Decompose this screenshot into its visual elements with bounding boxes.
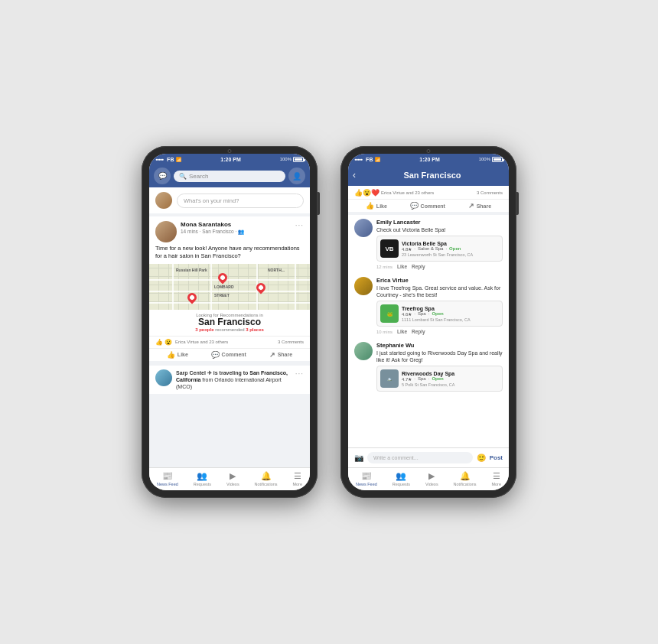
spa-rating-rw: 4.7★ · Spa · Open <box>402 376 499 382</box>
nav-label-requests-2: Requests <box>393 482 410 486</box>
spa-card-vb[interactable]: VB Victoria Belle Spa 4.8★ · Salon & Spa… <box>376 236 503 262</box>
requests-icon-2: 👥 <box>396 471 406 481</box>
post-meta: 14 mins · San Francisco · 👥 <box>181 229 292 235</box>
erica-footer: 10 mins Like Reply <box>376 329 503 334</box>
like-button-2[interactable]: 👍 Like <box>366 202 387 210</box>
nav-notifications-2[interactable]: 🔔 Notifications <box>454 471 477 487</box>
like-button[interactable]: 👍 Like <box>167 351 188 359</box>
emily-text: Check out Victoria Belle Spa! <box>376 226 503 233</box>
like-label: Like <box>178 352 188 357</box>
spa-name-rw: Riverwoods Day Spa <box>402 371 499 376</box>
post-header: Mona Sarantakos 14 mins · San Francisco … <box>149 216 310 245</box>
search-bar[interactable]: 🔍 Search <box>174 171 285 182</box>
comment-button[interactable]: 💬 Comment <box>211 351 246 359</box>
search-icon: 🔍 <box>179 173 187 180</box>
spa-card-tf[interactable]: 🐸 Treefrog Spa 4.6★ · Spa · Open <box>376 301 503 327</box>
erica-reply-link[interactable]: Reply <box>412 329 425 334</box>
reactions-names: Erica Virtue and 23 others <box>175 340 228 344</box>
nav-videos[interactable]: ▶ Videos <box>226 471 239 487</box>
share-button-2[interactable]: ↗ Share <box>468 202 491 210</box>
wifi-icon: 📶 <box>176 157 181 162</box>
comment-erica: Erica Virtue I love Treefrog Spa. Great … <box>348 273 509 338</box>
spa-dot-2: · <box>445 246 447 251</box>
battery-icon <box>293 157 304 162</box>
post-button[interactable]: Post <box>490 454 503 461</box>
status-left: ●●●●● FB 📶 <box>155 157 181 162</box>
nav-more[interactable]: ☰ More <box>292 471 302 487</box>
erica-like-link[interactable]: Like <box>397 329 407 334</box>
post-status-bar: What's on your mind? <box>149 187 310 216</box>
spa-type-rw: Spa <box>418 376 426 381</box>
stephanie-comment-content: Stephanie Wu I just started going to Riv… <box>376 342 503 394</box>
post-text: Time for a new look! Anyone have any rec… <box>149 245 310 264</box>
back-button[interactable]: ‹ <box>353 170 356 181</box>
spa-rating-val: 4.8★ <box>402 246 412 252</box>
bottom-nav-1: 📰 News Feed 👥 Requests ▶ Videos 🔔 Notifi… <box>149 467 310 490</box>
app-name-2: FB <box>366 157 373 162</box>
fb-header-2: ‹ San Francisco <box>348 164 509 186</box>
status-bar-1: ●●●●● FB 📶 1:20 PM 100% <box>149 154 310 164</box>
emily-footer: 12 mins Like Reply <box>376 264 503 269</box>
share-icon-2: ↗ <box>468 202 474 210</box>
share-button[interactable]: ↗ Share <box>269 351 292 359</box>
share-icon: ↗ <box>269 351 275 359</box>
comment-label-2: Comment <box>421 203 445 209</box>
spa-type-vb: Salon & Spa <box>418 246 443 251</box>
spa-dot: · <box>414 246 415 251</box>
videos-icon-2: ▶ <box>428 471 435 481</box>
comment-reactions-bar: 👍😮❤️ Erica Virtue and 23 others 3 Commen… <box>348 186 509 200</box>
nav-notifications[interactable]: 🔔 Notifications <box>255 471 278 487</box>
spa-name-tf: Treefrog Spa <box>402 306 499 311</box>
comment-input[interactable]: Write a comment... <box>367 452 473 463</box>
nav-label-more-2: More <box>491 482 501 486</box>
phone-1-screen: ●●●●● FB 📶 1:20 PM 100% 💬 🔍 Search <box>149 154 310 490</box>
more-icon-2: ☰ <box>493 471 500 481</box>
spa-type-tf: Spa <box>418 311 426 316</box>
truncated-author: Sarp Centel ✈ is traveling to <box>176 370 249 376</box>
action-bar: 👍 Like 💬 Comment ↗ Share <box>149 348 310 361</box>
emily-reply-link[interactable]: Reply <box>412 264 425 269</box>
nav-videos-2[interactable]: ▶ Videos <box>425 471 438 487</box>
more-options[interactable]: ··· <box>295 221 304 229</box>
nav-label-more: More <box>292 482 302 486</box>
camera-dot-2 <box>427 149 431 153</box>
nav-news-feed[interactable]: 📰 News Feed <box>157 471 178 487</box>
like-label-2: Like <box>376 203 387 209</box>
nav-label-notifications: Notifications <box>255 482 278 486</box>
share-label: Share <box>278 352 292 357</box>
nav-requests-2[interactable]: 👥 Requests <box>393 471 410 487</box>
nav-requests[interactable]: 👥 Requests <box>194 471 211 487</box>
nav-label-videos-2: Videos <box>425 482 438 486</box>
nav-news-feed-2[interactable]: 📰 News Feed <box>356 471 377 487</box>
spa-logo-rw: 🏔️ <box>380 369 399 388</box>
emily-time: 12 mins <box>376 265 393 269</box>
truncated-post: Sarp Centel ✈ is traveling to San Franci… <box>149 366 310 394</box>
people-button[interactable]: 👤 <box>288 168 305 184</box>
stephanie-avatar <box>354 342 373 360</box>
reaction-names: Erica Virtue and 23 others <box>381 190 434 195</box>
fb-header-1: 💬 🔍 Search 👤 <box>149 164 310 187</box>
truncated-more[interactable]: ··· <box>295 369 304 378</box>
app-name: FB <box>167 157 174 162</box>
recommended-text: 3 people recommended 3 places <box>152 327 307 332</box>
spa-card-rw[interactable]: 🏔️ Riverwoods Day Spa 4.7★ · Spa · Open <box>376 366 503 392</box>
nav-more-2[interactable]: ☰ More <box>491 471 501 487</box>
emily-like-link[interactable]: Like <box>397 264 407 269</box>
phone-2: ●●●●● FB 📶 1:20 PM 100% ‹ San Francisco <box>340 146 516 498</box>
comment-label: Comment <box>222 352 246 357</box>
messenger-button[interactable]: 💬 <box>154 168 171 184</box>
content-area-1: What's on your mind? Mona Sarantakos 14 … <box>149 187 310 467</box>
phones-container: ●●●●● FB 📶 1:20 PM 100% 💬 🔍 Search <box>126 131 532 513</box>
comment-button-2[interactable]: 💬 Comment <box>410 202 445 210</box>
map-street-label-3: STREET <box>214 293 230 298</box>
battery-pct: 100% <box>280 157 292 161</box>
spa-info-tf: Treefrog Spa 4.6★ · Spa · Open 1111 Lomb… <box>402 306 499 322</box>
reactions-bar: 👍 😮 Erica Virtue and 23 others 3 Comment… <box>149 336 310 348</box>
erica-text: I love Treefrog Spa. Great service and v… <box>376 285 503 298</box>
map-street-label: Russian Hill Park <box>176 268 207 272</box>
side-button-2 <box>516 192 519 215</box>
comment-icon-2: 💬 <box>410 202 419 210</box>
whats-on-mind[interactable]: What's on your mind? <box>177 194 304 208</box>
spa-open-rw: Open <box>432 376 443 381</box>
map-street-label-2: LOMBARD <box>214 285 234 289</box>
